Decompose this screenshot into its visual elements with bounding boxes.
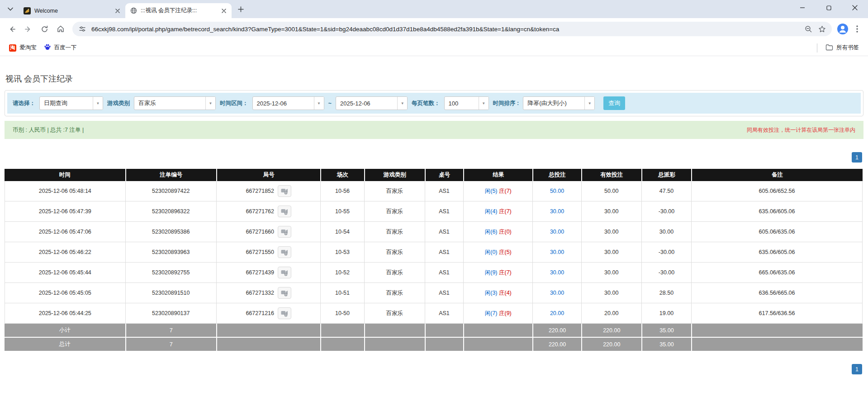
table-row: 2025-12-06 05:45:44523020892755667271439… <box>5 263 863 283</box>
remark-cell: 635.06/605.06 <box>691 201 863 222</box>
time-cell: 2025-12-06 05:44:25 <box>5 303 125 324</box>
tab-title: Welcome <box>34 8 110 14</box>
total-bet-cell[interactable]: 30.00 <box>532 222 581 242</box>
tab-search-chevron-icon[interactable] <box>4 2 17 16</box>
payout-cell: 28.50 <box>641 283 691 303</box>
round-cell: 667271216 <box>216 303 320 324</box>
table-no-cell <box>425 338 463 352</box>
all-bookmarks-label: 所有书签 <box>836 44 859 52</box>
all-bookmarks-button[interactable]: 所有书签 <box>822 42 863 54</box>
video-replay-icon[interactable] <box>278 185 291 197</box>
page-1-button[interactable]: 1 <box>852 152 862 163</box>
banker-result: 庄(7) <box>499 269 512 276</box>
tab-title: :::视讯 会员下注纪录::: <box>141 7 216 14</box>
video-replay-icon[interactable] <box>278 287 291 299</box>
banker-result: 庄(9) <box>499 310 512 316</box>
table-row: 2025-12-06 05:46:22523020893963667271550… <box>5 242 863 263</box>
total-bet-link[interactable]: 20.00 <box>550 310 564 316</box>
session-cell <box>320 338 364 352</box>
bookmark-star-icon[interactable] <box>817 24 826 34</box>
chevron-down-icon[interactable]: ▼ <box>314 97 324 110</box>
notice-text: 同局有效投注，统一计算在该局第一张注单内 <box>747 126 855 134</box>
game-type-cell: 百家乐 <box>364 283 425 303</box>
round-cell: 667271332 <box>216 283 320 303</box>
page-size-select[interactable]: 100 ▼ <box>444 96 489 110</box>
chevron-down-icon[interactable]: ▼ <box>397 97 407 110</box>
bookmark-taobao[interactable]: 淘 爱淘宝 <box>5 42 40 53</box>
result-cell: 闲(7) 庄(9) <box>463 303 532 324</box>
time-sort-select[interactable]: 降幂(由大到小) ▼ <box>523 96 595 110</box>
total-bet-link[interactable]: 50.00 <box>550 188 564 194</box>
round-cell: 667271852 <box>216 181 320 201</box>
table-no-cell: AS1 <box>425 201 463 222</box>
total-bet-cell[interactable]: 20.00 <box>532 303 581 324</box>
url-text[interactable]: 66cxkj98.com/ipl/portal.php/game/betreco… <box>91 26 799 33</box>
tab-close-icon[interactable] <box>220 7 228 15</box>
back-icon[interactable] <box>5 22 19 36</box>
video-replay-icon[interactable] <box>278 226 291 238</box>
game-type-cell <box>364 338 425 352</box>
address-bar[interactable]: 66cxkj98.com/ipl/portal.php/game/betreco… <box>72 22 832 36</box>
home-icon[interactable] <box>53 22 68 36</box>
browser-menu-icon[interactable] <box>851 23 863 35</box>
payout-cell: 19.00 <box>641 303 691 324</box>
tab-close-icon[interactable] <box>114 7 122 15</box>
round-id: 667271762 <box>246 208 274 215</box>
total-bet-cell[interactable]: 30.00 <box>532 283 581 303</box>
chevron-down-icon[interactable]: ▼ <box>205 97 215 110</box>
chevron-down-icon[interactable]: ▼ <box>479 97 489 110</box>
table-no-cell: AS1 <box>425 263 463 283</box>
total-bet-link[interactable]: 30.00 <box>550 290 564 296</box>
date-to-select[interactable]: 2025-12-06 ▼ <box>336 96 408 110</box>
player-result: 闲(9) <box>485 269 498 276</box>
date-from-select[interactable]: 2025-12-06 ▼ <box>252 96 324 110</box>
zoom-out-icon[interactable] <box>804 24 813 34</box>
new-tab-button[interactable] <box>234 3 247 15</box>
site-info-icon[interactable] <box>78 24 87 34</box>
chevron-down-icon[interactable]: ▼ <box>584 97 594 110</box>
video-replay-icon[interactable] <box>278 307 291 319</box>
tab-betrecord[interactable]: :::视讯 会员下注纪录::: <box>125 3 232 18</box>
reload-icon[interactable] <box>37 22 52 36</box>
total-bet-cell[interactable]: 50.00 <box>532 181 581 201</box>
bet-id-cell: 523020896322 <box>125 201 216 222</box>
game-type-value: 百家乐 <box>134 97 205 110</box>
total-bet-link[interactable]: 30.00 <box>550 208 564 215</box>
game-type-label: 游戏类别 <box>107 100 130 107</box>
session-cell: 10-56 <box>320 181 364 201</box>
query-type-select[interactable]: 日期查询 ▼ <box>39 96 103 110</box>
page-1-button[interactable]: 1 <box>852 364 862 374</box>
total-bet-link[interactable]: 30.00 <box>550 269 564 276</box>
game-type-select[interactable]: 百家乐 ▼ <box>134 96 216 110</box>
date-from-value: 2025-12-06 <box>253 97 314 110</box>
column-header: 时间 <box>5 169 125 181</box>
window-maximize-button[interactable] <box>816 0 842 15</box>
bookmark-baidu[interactable]: 百度一下 <box>40 42 81 54</box>
result-cell <box>463 324 532 338</box>
total-bet-cell[interactable]: 30.00 <box>532 263 581 283</box>
search-button[interactable]: 查询 <box>603 96 625 110</box>
chevron-down-icon[interactable]: ▼ <box>93 97 103 110</box>
game-type-cell: 百家乐 <box>364 242 425 263</box>
video-replay-icon[interactable] <box>278 246 291 258</box>
tab-welcome[interactable]: Welcome <box>19 3 125 18</box>
date-to-value: 2025-12-06 <box>336 97 397 110</box>
total-bet-link[interactable]: 30.00 <box>550 249 564 255</box>
banker-result: 庄(7) <box>499 208 512 215</box>
total-bet-cell[interactable]: 30.00 <box>532 201 581 222</box>
profile-avatar[interactable] <box>836 23 849 35</box>
browser-tab-strip: Welcome :::视讯 会员下注纪录::: <box>0 0 868 18</box>
video-replay-icon[interactable] <box>278 206 291 217</box>
video-replay-icon[interactable] <box>278 267 291 278</box>
window-minimize-button[interactable] <box>789 0 816 15</box>
result-cell <box>463 338 532 352</box>
result-cell: 闲(9) 庄(7) <box>463 263 532 283</box>
player-result: 闲(5) <box>485 188 498 194</box>
forward-icon[interactable] <box>21 22 35 36</box>
total-bet-cell[interactable]: 30.00 <box>532 242 581 263</box>
bookmark-label: 爱淘宝 <box>19 44 37 52</box>
column-header: 结果 <box>463 169 532 181</box>
valid-bet-cell: 220.00 <box>581 324 641 338</box>
window-close-button[interactable] <box>842 0 868 15</box>
total-bet-link[interactable]: 30.00 <box>550 229 564 235</box>
